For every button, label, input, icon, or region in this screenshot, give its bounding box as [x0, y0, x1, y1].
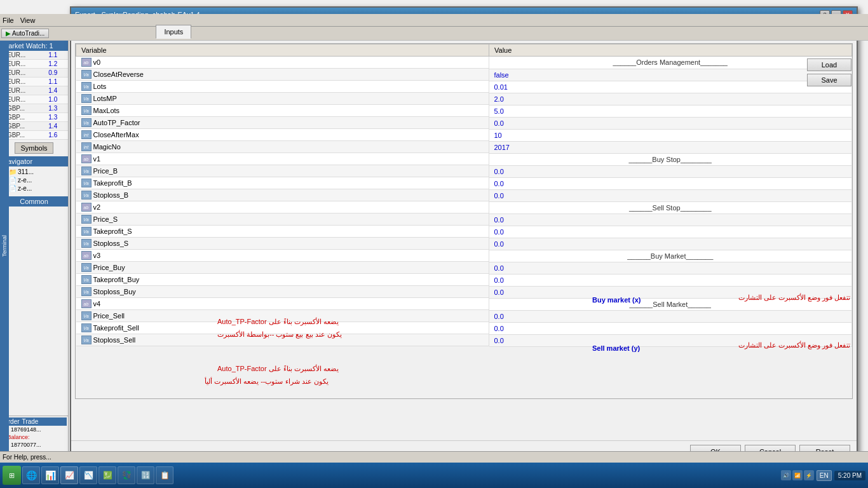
taskbar-icon-5[interactable]: 💹 — [98, 466, 116, 484]
type-icon: int — [81, 142, 92, 151]
taskbar-icon-3[interactable]: 📈 — [60, 466, 78, 484]
variable-name: MaxLots — [93, 107, 120, 114]
table-row[interactable]: Va Price_Buy 0.0 — [76, 262, 852, 274]
value-cell[interactable]: 0.0 — [489, 262, 852, 274]
value-cell[interactable]: 0.0 — [489, 189, 852, 201]
variable-name: CloseAtReverse — [93, 71, 144, 78]
balance-row: ●Balance: — [1, 433, 67, 441]
symbol-row[interactable]: ♦ GBP... 1.3 — [0, 104, 68, 113]
variable-name: Takeprofit_Buy — [93, 276, 140, 283]
type-icon: Va — [81, 166, 92, 175]
table-row[interactable]: Va Stoploss_S 0.0 — [76, 238, 852, 250]
nav-item[interactable]: ▷ 📄 z-e... — [1, 176, 67, 184]
table-row[interactable]: Va CloseAtReverse false — [76, 69, 852, 81]
value-cell[interactable]: 0.0 — [489, 177, 852, 189]
table-row[interactable]: Va Stoploss_Sell 0.0 — [76, 334, 852, 346]
symbol-row[interactable]: ♦ GBP... 1.3 — [0, 113, 68, 122]
value-cell[interactable]: ______Buy Stop________ — [489, 153, 852, 165]
table-row[interactable]: ab v0 ______Orders Management_______ — [76, 57, 852, 69]
type-icon: Va — [81, 275, 92, 284]
table-row[interactable]: int CloseAfterMax 10 — [76, 129, 852, 141]
variables-table-container: Variable Value ab v0 ______Orders Manage… — [75, 43, 853, 399]
table-row[interactable]: Va LotsMP 2.0 — [76, 93, 852, 105]
value-cell[interactable]: false — [489, 69, 852, 81]
nav-item[interactable]: ▷ 📄 z-e... — [1, 184, 67, 193]
value-cell[interactable]: ______Sell Stop________ — [489, 201, 852, 214]
common-tab[interactable]: Common — [0, 196, 68, 207]
table-row[interactable]: ab v3 ______Buy Market_______ — [76, 250, 852, 262]
symbol-row[interactable]: ♦ EUR... 0.9 — [0, 69, 68, 78]
taskbar-icon-4[interactable]: 📉 — [79, 466, 97, 484]
value-cell[interactable]: 0.0 — [489, 310, 852, 322]
table-row[interactable]: ab v4 ______Sell Market______ — [76, 298, 852, 310]
table-row[interactable]: Va Takeprofit_Sell 0.0 — [76, 322, 852, 334]
table-row[interactable]: Va Takeprofit_Buy 0.0 — [76, 274, 852, 286]
table-row[interactable]: Va Stoploss_Buy 0.0 — [76, 286, 852, 298]
view-menu[interactable]: View — [20, 17, 36, 24]
value-cell[interactable]: 0.0 — [489, 226, 852, 238]
value-cell[interactable]: 10 — [489, 129, 852, 141]
file-menu[interactable]: File — [3, 17, 14, 24]
symbol-row[interactable]: ♦ GBP... 1.4 — [0, 122, 68, 131]
value-cell[interactable]: 0.0 — [489, 274, 852, 286]
value-cell[interactable]: ______Buy Market_______ — [489, 250, 852, 262]
table-row[interactable]: ab v2 ______Sell Stop________ — [76, 201, 852, 214]
type-icon: Va — [81, 287, 92, 296]
table-row[interactable]: Va Takeprofit_S 0.0 — [76, 226, 852, 238]
variable-name: Lots — [93, 83, 107, 90]
value-cell[interactable]: 0.0 — [489, 286, 852, 298]
taskbar-icon-1[interactable]: 🌐 — [22, 466, 40, 484]
auto-trading-btn[interactable]: ▶ AutoTradi... — [1, 29, 49, 38]
save-button[interactable]: Save — [807, 74, 851, 86]
trade-tab[interactable]: Trade — [22, 418, 39, 425]
symbol-row[interactable]: ♦ EUR... 1.0 — [0, 95, 68, 104]
value-cell[interactable]: 0.01 — [489, 81, 852, 93]
table-row[interactable]: Va AutoTP_Factor 0.0 — [76, 117, 852, 129]
load-button[interactable]: Load — [807, 58, 851, 71]
table-row[interactable]: Va MaxLots 5.0 — [76, 105, 852, 117]
language-indicator[interactable]: EN — [817, 470, 832, 481]
side-buttons: Load Save — [807, 58, 851, 86]
type-icon: Va — [81, 179, 92, 187]
symbols-button[interactable]: Symbols — [15, 142, 53, 154]
value-cell[interactable]: 0.0 — [489, 334, 852, 346]
value-cell[interactable]: 0.0 — [489, 238, 852, 250]
symbol-row[interactable]: ♦ EUR... 1.1 — [0, 78, 68, 86]
expert-dialog: Expert - SuplexPending_chehab-EAv1.4 ? _… — [70, 6, 858, 464]
symbol-row[interactable]: ♦ GBP... 1.6 — [0, 131, 68, 140]
type-icon: Va — [81, 227, 92, 236]
taskbar-icon-2[interactable]: 📊 — [41, 466, 59, 484]
taskbar-icon-8[interactable]: 📋 — [156, 466, 173, 484]
value-cell[interactable]: 5.0 — [489, 105, 852, 117]
value-cell[interactable]: 0.0 — [489, 165, 852, 177]
nav-item[interactable]: ▷ 📁 311... — [1, 168, 67, 176]
taskbar-icon-7[interactable]: 🔢 — [137, 466, 154, 484]
value-cell[interactable]: 2017 — [489, 141, 852, 153]
type-icon: Va — [81, 336, 92, 344]
value-cell[interactable]: 0.0 — [489, 214, 852, 226]
variable-name: Takeprofit_Sell — [93, 324, 139, 332]
symbol-row[interactable]: ♦ EUR... 1.1 — [0, 51, 68, 60]
start-button[interactable]: ⊞ — [3, 466, 21, 485]
terminal-tab[interactable]: Terminal — [0, 41, 9, 451]
tab-inputs[interactable]: Inputs — [156, 25, 191, 39]
value-cell[interactable]: 0.0 — [489, 117, 852, 129]
value-cell[interactable]: 2.0 — [489, 93, 852, 105]
table-row[interactable]: Va Price_Sell 0.0 — [76, 310, 852, 322]
table-row[interactable]: Va Price_S 0.0 — [76, 214, 852, 226]
table-row[interactable]: Va Price_B 0.0 — [76, 165, 852, 177]
value-cell[interactable]: ______Orders Management_______ — [489, 57, 852, 69]
symbol-table: ♦ EUR... 1.1 ♦ EUR... 1.2 ♦ EUR... 0.9 ♦ — [0, 51, 68, 140]
value-cell[interactable]: ______Sell Market______ — [489, 298, 852, 310]
value-cell[interactable]: 0.0 — [489, 322, 852, 334]
symbol-row[interactable]: ♦ EUR... 1.4 — [0, 86, 68, 95]
table-row[interactable]: int MagicNo 2017 — [76, 141, 852, 153]
table-row[interactable]: Va Stoploss_B 0.0 — [76, 189, 852, 201]
variable-name: MagicNo — [93, 143, 121, 151]
table-row[interactable]: ab v1 ______Buy Stop________ — [76, 153, 852, 165]
variable-name: v4 — [93, 300, 101, 308]
symbol-row[interactable]: ♦ EUR... 1.2 — [0, 60, 68, 69]
taskbar-icon-6[interactable]: 💱 — [118, 466, 135, 484]
table-row[interactable]: Va Lots 0.01 — [76, 81, 852, 93]
table-row[interactable]: Va Takeprofit_B 0.0 — [76, 177, 852, 189]
